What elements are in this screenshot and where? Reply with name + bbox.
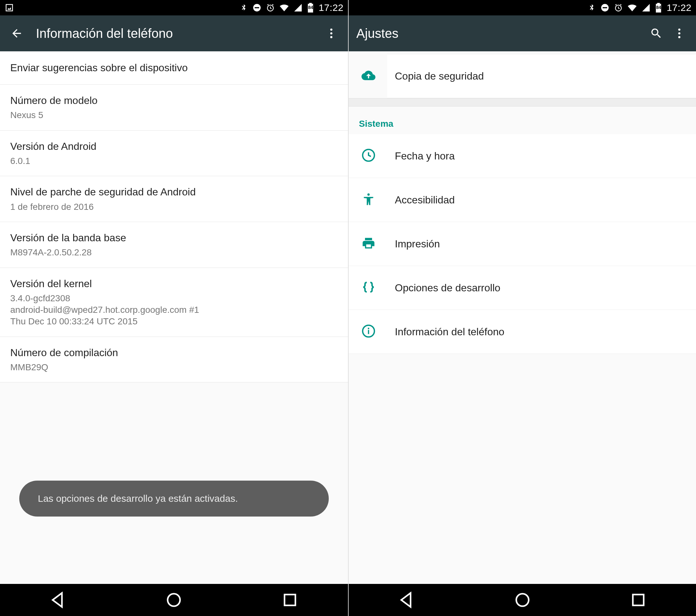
svg-point-13 [678,36,681,38]
section-divider [349,98,696,107]
row-sub: 6.0.1 [10,155,338,167]
cloud-upload-icon [362,68,376,84]
row-title: Número de compilación [10,346,338,360]
toast-text: Las opciones de desarrollo ya están acti… [38,493,238,504]
nav-home-button[interactable] [145,591,203,609]
settings-label: Opciones de desarrollo [392,282,500,294]
battery-percent: 84 [655,5,662,10]
settings-row-accessibility[interactable]: Accesibilidad [349,178,696,222]
wifi-icon [627,3,637,13]
row-title: Número de modelo [10,94,338,108]
row-sub: Nexus 5 [10,109,338,121]
row-baseband[interactable]: Versión de la banda base M8974A-2.0.50.2… [0,222,348,268]
row-android-version[interactable]: Versión de Android 6.0.1 [0,130,348,176]
clock-time: 17:22 [318,2,344,13]
bluetooth-icon [240,3,248,12]
row-model-number[interactable]: Número de modelo Nexus 5 [0,85,348,130]
clock-icon [362,148,376,164]
accessibility-icon [362,192,376,208]
settings-label: Accesibilidad [392,194,455,206]
toast: Las opciones de desarrollo ya están acti… [19,480,329,517]
svg-point-18 [516,594,528,606]
page-title: Ajustes [354,26,645,41]
row-title: Versión del kernel [10,277,338,291]
alarm-icon [266,3,275,12]
navigation-bar [0,584,348,616]
braces-icon [362,280,376,296]
content: Enviar sugerencias sobre el dispositivo … [0,51,348,584]
section-header-sistema: Sistema [349,107,696,134]
settings-label: Información del teléfono [392,326,505,338]
nav-recent-button[interactable] [261,591,319,609]
settings-label: Fecha y hora [392,150,455,162]
content: Copia de seguridad Sistema Fecha y hora … [349,51,696,584]
svg-rect-7 [284,595,296,605]
row-title: Versión de Android [10,140,338,153]
back-button[interactable] [5,27,28,40]
row-title: Enviar sugerencias sobre el dispositivo [10,61,338,75]
nav-home-button[interactable] [494,591,551,609]
status-bar: 84 17:22 [0,0,348,15]
nav-recent-button[interactable] [610,591,667,609]
battery-percent: 84 [307,5,314,10]
row-sub: 1 de febrero de 2016 [10,201,338,213]
battery-icon: 84 [307,3,314,13]
settings-label: Impresión [392,238,440,250]
overflow-button[interactable] [320,27,343,40]
settings-row-datetime[interactable]: Fecha y hora [349,134,696,178]
settings-row-print[interactable]: Impresión [349,222,696,266]
svg-point-17 [368,328,369,329]
row-security-patch[interactable]: Nivel de parche de seguridad de Android … [0,176,348,222]
search-button[interactable] [645,27,668,40]
status-bar: 84 17:22 [349,0,696,15]
settings-row-about-phone[interactable]: Información del teléfono [349,310,696,354]
svg-point-6 [168,594,180,606]
nav-back-button[interactable] [378,591,436,609]
settings-label: Copia de seguridad [392,70,484,82]
dnd-icon [252,3,262,12]
nav-back-button[interactable] [29,591,87,609]
row-sub: MMB29Q [10,362,338,373]
alarm-icon [614,3,623,12]
svg-point-4 [330,32,333,35]
settings-row-backup[interactable]: Copia de seguridad [387,54,696,98]
svg-rect-16 [368,330,369,334]
overflow-button[interactable] [668,27,691,40]
page-title: Información del teléfono [28,26,320,41]
wifi-icon [279,3,289,13]
svg-rect-9 [603,7,607,8]
row-title: Nivel de parche de seguridad de Android [10,185,338,199]
action-bar: Información del teléfono [0,15,348,51]
picture-icon [4,3,14,13]
row-title: Versión de la banda base [10,231,338,245]
settings-row-developer[interactable]: Opciones de desarrollo [349,266,696,310]
row-sub: 3.4.0-gcfd2308 android-build@wped27.hot.… [10,293,338,328]
row-build-number[interactable]: Número de compilación MMB29Q [0,337,348,383]
info-icon [362,324,376,339]
svg-point-14 [367,193,369,196]
svg-rect-19 [633,595,644,605]
action-bar: Ajustes [349,15,696,51]
svg-point-3 [330,29,333,31]
battery-icon: 84 [655,3,662,13]
row-kernel[interactable]: Versión del kernel 3.4.0-gcfd2308 androi… [0,268,348,337]
print-icon [362,236,376,252]
svg-point-5 [330,36,333,38]
signal-icon [642,3,650,12]
phone-right: 84 17:22 Ajustes Copia de seguridad [348,0,696,616]
svg-point-11 [678,29,681,31]
dnd-icon [600,3,610,12]
signal-icon [294,3,302,12]
clock-time: 17:22 [666,2,692,13]
svg-point-12 [678,32,681,35]
row-send-feedback[interactable]: Enviar sugerencias sobre el dispositivo [0,51,348,85]
svg-rect-1 [255,7,259,8]
phone-left: 84 17:22 Información del teléfono Enviar… [0,0,348,616]
row-sub: M8974A-2.0.50.2.28 [10,247,338,258]
navigation-bar [349,584,696,616]
bluetooth-icon [588,3,596,12]
